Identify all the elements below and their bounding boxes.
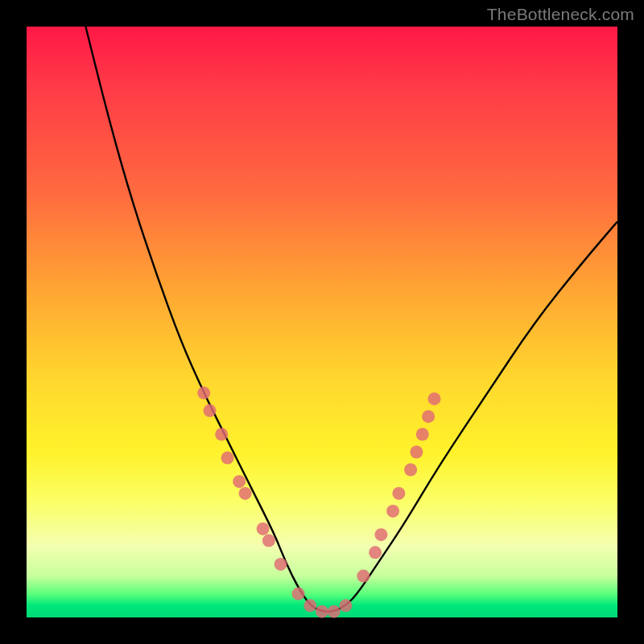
data-point — [339, 599, 352, 612]
data-point — [233, 475, 246, 488]
data-point — [369, 546, 382, 559]
data-point — [197, 386, 210, 399]
data-point — [416, 428, 429, 441]
data-point — [239, 487, 252, 500]
data-point — [275, 558, 287, 571]
data-point — [422, 410, 435, 423]
data-point — [204, 404, 217, 417]
curve-layer — [27, 27, 617, 617]
data-point — [357, 570, 369, 583]
data-point — [221, 452, 234, 464]
data-point — [292, 588, 305, 601]
data-point — [410, 446, 423, 459]
data-point — [328, 605, 341, 618]
bottleneck-curve — [85, 27, 617, 612]
data-point — [215, 428, 228, 441]
data-point — [428, 392, 441, 405]
data-point — [386, 505, 399, 518]
data-point — [316, 605, 328, 618]
data-point — [374, 528, 387, 541]
watermark-text: TheBottleneck.com — [487, 5, 634, 24]
data-point — [303, 599, 316, 612]
plot-area — [27, 27, 617, 617]
chart-frame: TheBottleneck.com — [0, 0, 644, 644]
data-point — [392, 487, 405, 500]
data-point — [404, 464, 417, 477]
data-point — [262, 535, 275, 547]
data-point — [257, 522, 270, 535]
